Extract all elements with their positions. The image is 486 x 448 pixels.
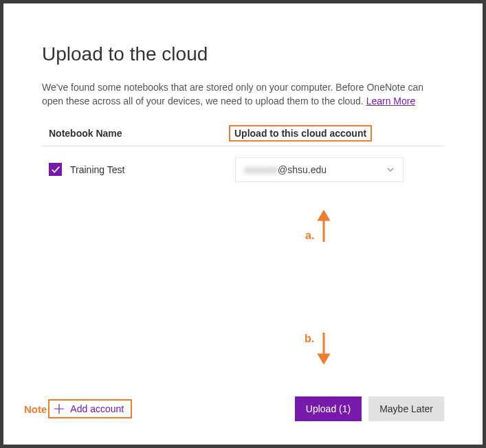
checkmark-icon xyxy=(51,165,60,175)
notebook-name: Training Test xyxy=(70,164,235,175)
dialog-description: We've found some notebooks that are stor… xyxy=(42,80,444,109)
window-titlebar xyxy=(3,3,483,12)
account-domain: @shsu.edu xyxy=(278,164,327,175)
header-account: Upload to this cloud account xyxy=(234,128,444,139)
notebook-checkbox[interactable] xyxy=(49,163,62,176)
learn-more-link[interactable]: Learn More xyxy=(366,96,416,107)
annotation-note-label: Note xyxy=(24,403,47,415)
notebook-row: Training Test xxxxxxx@shsu.edu xyxy=(42,146,444,189)
upload-button[interactable]: Upload (1) xyxy=(295,396,362,421)
arrow-down-icon xyxy=(317,333,331,364)
upload-dialog: Upload to the cloud We've found some not… xyxy=(3,12,483,445)
annotation-arrow-b: b. xyxy=(305,333,331,364)
dialog-footer: Note Add account Upload (1) Maybe Later xyxy=(3,396,483,421)
account-user-obscured: xxxxxxx xyxy=(244,164,278,175)
account-dropdown[interactable]: xxxxxxx@shsu.edu xyxy=(235,157,404,182)
annotation-arrow-a: a. xyxy=(305,210,331,242)
annotation-label-a: a. xyxy=(305,229,314,242)
add-account-button[interactable]: Add account xyxy=(48,399,132,418)
chevron-down-icon xyxy=(386,166,395,174)
plus-icon xyxy=(54,403,65,414)
annotation-label-b: b. xyxy=(305,333,314,345)
annotation-highlight-account-header: Upload to this cloud account xyxy=(229,125,372,142)
table-headers: Notebook Name Upload to this cloud accou… xyxy=(42,128,444,146)
dialog-title: Upload to the cloud xyxy=(42,43,444,65)
arrow-up-icon xyxy=(317,210,331,242)
maybe-later-button[interactable]: Maybe Later xyxy=(368,396,444,421)
add-account-label: Add account xyxy=(70,403,124,414)
header-notebook-name: Notebook Name xyxy=(42,128,234,139)
